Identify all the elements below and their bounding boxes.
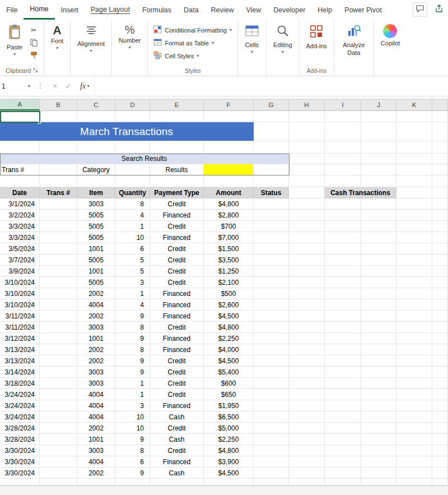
- cell[interactable]: [396, 111, 432, 122]
- cell[interactable]: [289, 154, 325, 164]
- data-cell[interactable]: [254, 299, 289, 311]
- table-header-date[interactable]: Date: [0, 187, 40, 198]
- data-cell[interactable]: 3/10/2024: [0, 277, 40, 288]
- cell[interactable]: [361, 322, 396, 333]
- data-cell[interactable]: Financed: [150, 299, 204, 311]
- search-trans-label[interactable]: Trans #: [0, 164, 40, 175]
- cell[interactable]: [289, 221, 325, 232]
- cell[interactable]: [115, 164, 150, 175]
- data-cell[interactable]: 9: [115, 468, 150, 479]
- cell[interactable]: [432, 322, 448, 333]
- data-cell[interactable]: [254, 322, 289, 333]
- data-cell[interactable]: 3/12/2024: [0, 333, 40, 344]
- data-cell[interactable]: Financed: [150, 210, 204, 221]
- cell[interactable]: [40, 164, 77, 175]
- cell[interactable]: [289, 299, 325, 311]
- data-cell[interactable]: [40, 389, 77, 400]
- data-cell[interactable]: 3/18/2024: [0, 378, 40, 389]
- cash-transactions-header[interactable]: Cash Transactions: [325, 187, 396, 198]
- data-cell[interactable]: 3/2/2024: [0, 210, 40, 221]
- cell[interactable]: [432, 411, 448, 423]
- data-cell[interactable]: [254, 434, 289, 445]
- data-cell[interactable]: 3: [115, 277, 150, 288]
- enter-icon[interactable]: ✓: [62, 80, 75, 93]
- data-cell[interactable]: [40, 232, 77, 243]
- data-cell[interactable]: Credit: [150, 221, 204, 232]
- data-cell[interactable]: Financed: [150, 288, 204, 299]
- cell[interactable]: [325, 154, 361, 164]
- cell[interactable]: [396, 423, 432, 434]
- cell[interactable]: [432, 355, 448, 367]
- data-cell[interactable]: 10: [115, 423, 150, 434]
- data-cell[interactable]: [40, 434, 77, 445]
- cell[interactable]: [396, 210, 432, 221]
- font-group-button[interactable]: A Font ▾: [48, 22, 67, 52]
- data-cell[interactable]: Credit: [150, 389, 204, 400]
- cell[interactable]: [254, 122, 289, 141]
- search-results-value-cell[interactable]: [204, 164, 254, 175]
- data-cell[interactable]: [254, 423, 289, 434]
- table-header-trans-[interactable]: Trans #: [40, 187, 77, 198]
- cell[interactable]: [361, 311, 396, 322]
- cell[interactable]: [396, 164, 432, 175]
- cell[interactable]: [325, 198, 361, 210]
- share-button[interactable]: [432, 2, 446, 17]
- number-group-button[interactable]: % Number ▾: [115, 22, 144, 51]
- alignment-group-button[interactable]: Alignment ▾: [74, 22, 108, 54]
- cell[interactable]: [325, 479, 361, 485]
- data-cell[interactable]: 4004: [77, 411, 115, 423]
- cell[interactable]: [289, 411, 325, 423]
- cell[interactable]: [396, 141, 432, 154]
- cell[interactable]: [289, 333, 325, 344]
- cell[interactable]: [325, 266, 361, 277]
- data-cell[interactable]: [254, 378, 289, 389]
- cell[interactable]: [325, 456, 361, 468]
- tab-insert[interactable]: Insert: [55, 0, 85, 20]
- tab-page-layout[interactable]: Page Layout: [85, 0, 136, 20]
- column-header-C[interactable]: C: [77, 99, 115, 110]
- data-cell[interactable]: 3/10/2024: [0, 288, 40, 299]
- cell[interactable]: [396, 311, 432, 322]
- cell[interactable]: [289, 378, 325, 389]
- cell[interactable]: [396, 434, 432, 445]
- cell[interactable]: [361, 277, 396, 288]
- data-cell[interactable]: [254, 468, 289, 479]
- column-header-K[interactable]: K: [396, 99, 432, 110]
- data-cell[interactable]: 1: [115, 288, 150, 299]
- cell[interactable]: [361, 445, 396, 456]
- column-header-partial[interactable]: [432, 99, 448, 110]
- cell[interactable]: [396, 468, 432, 479]
- cell[interactable]: [361, 210, 396, 221]
- cell[interactable]: [361, 175, 396, 187]
- table-header-quantity[interactable]: Quantity: [115, 187, 150, 198]
- cell[interactable]: [204, 479, 254, 485]
- cell[interactable]: [325, 378, 361, 389]
- cell[interactable]: [396, 389, 432, 400]
- cell[interactable]: [325, 221, 361, 232]
- cell[interactable]: [289, 311, 325, 322]
- cell[interactable]: [396, 344, 432, 355]
- data-cell[interactable]: [40, 445, 77, 456]
- data-cell[interactable]: Credit: [150, 277, 204, 288]
- data-cell[interactable]: [254, 221, 289, 232]
- cell[interactable]: [325, 389, 361, 400]
- data-cell[interactable]: Financed: [150, 400, 204, 411]
- cell[interactable]: [289, 187, 325, 198]
- cell[interactable]: [396, 411, 432, 423]
- data-cell[interactable]: [254, 411, 289, 423]
- cell[interactable]: [115, 111, 150, 122]
- cell[interactable]: [432, 311, 448, 322]
- column-header-A[interactable]: A: [0, 99, 40, 110]
- cell[interactable]: [432, 479, 448, 485]
- cell[interactable]: [361, 367, 396, 378]
- data-cell[interactable]: 3/1/2024: [0, 198, 40, 210]
- data-cell[interactable]: [40, 400, 77, 411]
- data-cell[interactable]: 2002: [77, 355, 115, 367]
- cell[interactable]: [432, 122, 448, 141]
- cell[interactable]: [325, 367, 361, 378]
- cell[interactable]: [432, 221, 448, 232]
- data-cell[interactable]: Credit: [150, 423, 204, 434]
- cell[interactable]: [325, 122, 361, 141]
- data-cell[interactable]: [254, 288, 289, 299]
- data-cell[interactable]: $3,900: [204, 456, 254, 468]
